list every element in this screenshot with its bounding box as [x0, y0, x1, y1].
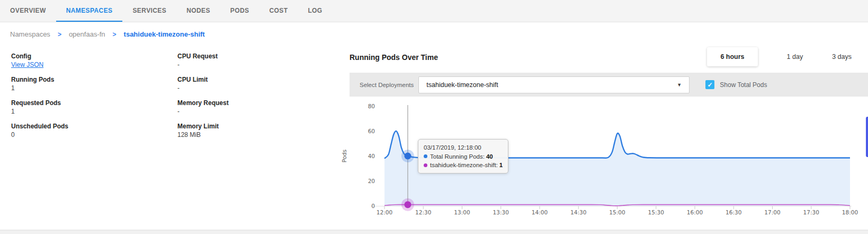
namespace-detail-page: OVERVIEW NAMESPACES SERVICES NODES PODS …: [0, 0, 868, 234]
series-dot-icon: [424, 163, 427, 167]
tooltip-value: 40: [486, 152, 493, 161]
y-axis-label: 40: [368, 153, 375, 159]
pods-over-time-chart[interactable]: 12:0012:3013:0013:3014:0014:3015:0015:30…: [0, 0, 868, 234]
y-axis-label: 80: [368, 103, 375, 109]
y-axis-label: 0: [371, 203, 375, 209]
x-axis-label: 14:00: [532, 209, 548, 215]
x-axis-label: 14:30: [570, 209, 586, 215]
x-axis-label: 13:30: [493, 209, 509, 215]
x-axis-label: 12:30: [415, 209, 431, 215]
chart-tooltip: 03/17/2019, 12:18:00 Total Running Pods:…: [418, 139, 508, 174]
tooltip-label: tsahiduek-timezone-shift:: [430, 161, 498, 170]
total-pods-dot: [404, 153, 411, 160]
x-axis-label: 12:00: [377, 209, 392, 215]
tooltip-label: Total Running Pods:: [430, 152, 485, 161]
x-axis-label: 17:00: [764, 209, 780, 215]
x-axis-label: 16:30: [726, 209, 741, 215]
tooltip-row-total-pods: Total Running Pods: 40: [424, 152, 503, 161]
tooltip-value: 1: [499, 161, 503, 170]
vertical-scrollbar-thumb[interactable]: [866, 117, 868, 157]
x-axis-label: 16:00: [687, 209, 703, 215]
series-dot-icon: [424, 154, 427, 158]
x-axis-label: 13:00: [454, 209, 470, 215]
next-section-edge: [0, 230, 868, 234]
tooltip-timestamp: 03/17/2019, 12:18:00: [424, 143, 503, 152]
y-axis-title: Pods: [341, 150, 347, 163]
deployment-dot: [404, 201, 411, 208]
y-axis-label: 20: [368, 178, 375, 184]
x-axis-label: 17:30: [803, 209, 819, 215]
x-axis-label: 15:00: [609, 209, 625, 215]
x-axis-label: 15:30: [648, 209, 664, 215]
y-axis-label: 60: [368, 128, 375, 134]
tooltip-row-deployment: tsahiduek-timezone-shift: 1: [424, 161, 503, 170]
x-axis-label: 18:00: [842, 209, 858, 215]
